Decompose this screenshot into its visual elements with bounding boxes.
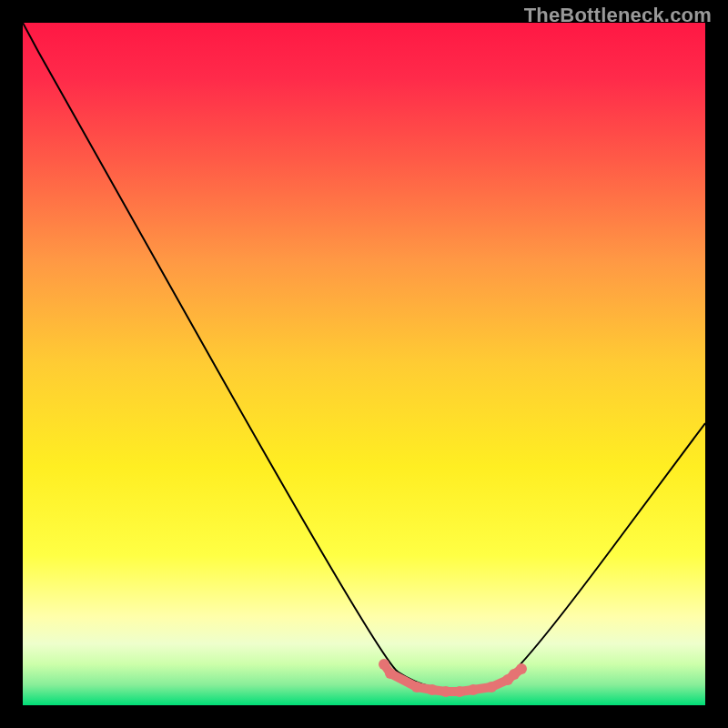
valley-marker-dot xyxy=(486,682,497,693)
watermark-text: TheBottleneck.com xyxy=(524,4,712,27)
gradient-background xyxy=(23,23,705,705)
valley-marker-dot xyxy=(379,659,389,670)
valley-marker-dot xyxy=(516,663,527,674)
valley-marker-dot xyxy=(427,684,438,695)
valley-marker-dot xyxy=(440,686,451,697)
chart-svg xyxy=(23,23,705,705)
valley-marker-dot xyxy=(454,686,465,697)
valley-marker-dot xyxy=(411,682,422,693)
plot-area xyxy=(23,23,705,705)
valley-marker-dot xyxy=(385,668,396,679)
chart-container: TheBottleneck.com xyxy=(0,0,728,728)
valley-marker-dot xyxy=(468,684,479,695)
